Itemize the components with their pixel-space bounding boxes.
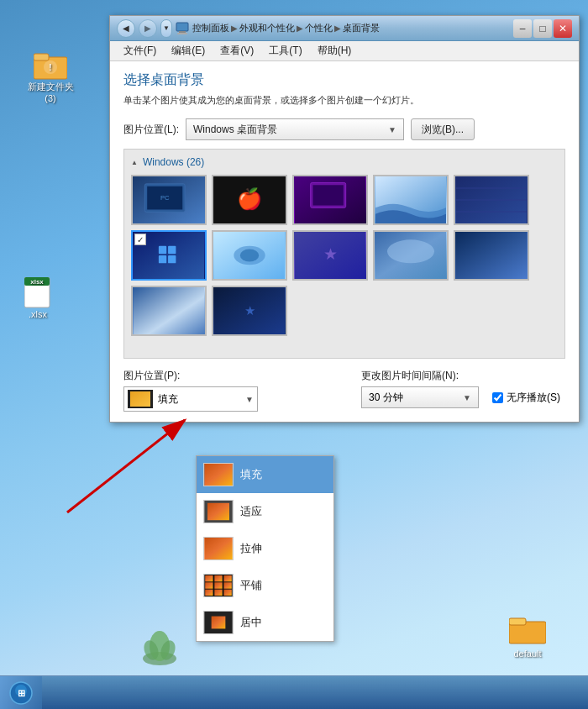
svg-rect-31 bbox=[159, 246, 166, 254]
wallpaper-thumb-9[interactable] bbox=[373, 230, 449, 281]
menu-edit[interactable]: 编辑(E) bbox=[165, 42, 212, 60]
start-button[interactable]: ⊞ bbox=[0, 676, 42, 709]
interval-value: 30 分钟 bbox=[369, 391, 403, 405]
nav-buttons: ◀ ▶ ▼ bbox=[117, 19, 172, 38]
dropdown-item-fit[interactable]: 适应 bbox=[197, 493, 333, 530]
svg-rect-13 bbox=[176, 23, 188, 31]
window-controls: – □ ✕ bbox=[513, 19, 572, 38]
forward-button[interactable]: ▶ bbox=[139, 19, 157, 38]
dropdown-label-center: 居中 bbox=[240, 615, 262, 630]
pic-location-row: 图片位置(L): Windows 桌面背景 ▼ 浏览(B)... bbox=[123, 118, 565, 140]
wallpaper-thumb-5[interactable] bbox=[454, 175, 529, 225]
folder-icon: ! bbox=[34, 50, 67, 81]
wallpaper-thumb-7[interactable] bbox=[212, 230, 287, 281]
svg-text:🍎: 🍎 bbox=[237, 186, 263, 212]
interval-select[interactable]: 30 分钟 ▼ bbox=[361, 386, 479, 408]
svg-rect-57 bbox=[214, 582, 222, 588]
maximize-button[interactable]: □ bbox=[533, 19, 552, 38]
xlsx-label: .xlsx bbox=[29, 309, 47, 319]
shuffle-checkbox[interactable] bbox=[492, 392, 503, 403]
dropdown-item-center[interactable]: 居中 bbox=[197, 604, 333, 641]
wallpaper-thumb-8[interactable]: ★ bbox=[292, 230, 368, 281]
svg-rect-15 bbox=[177, 33, 187, 34]
svg-rect-34 bbox=[168, 255, 176, 263]
titlebar: ◀ ▶ ▼ 控制面板 ▶ 外观和个性化 ▶ 个性化 ▶ 桌面背景 – □ ✕ bbox=[110, 16, 579, 41]
section-collapse-icon[interactable]: ▲ bbox=[131, 159, 138, 166]
menu-help[interactable]: 帮助(H) bbox=[311, 42, 359, 60]
svg-text:★: ★ bbox=[323, 245, 338, 263]
wallpaper-thumb-11[interactable] bbox=[131, 286, 207, 336]
svg-point-37 bbox=[240, 249, 259, 262]
position-dropdown-menu: 填充 适应 拉伸 平铺 bbox=[196, 455, 334, 642]
browse-button[interactable]: 浏览(B)... bbox=[411, 118, 475, 140]
taskbar: ⊞ bbox=[0, 675, 588, 709]
breadcrumb-item-1[interactable]: 控制面板 bbox=[192, 22, 229, 34]
menu-file[interactable]: 文件(F) bbox=[117, 42, 163, 60]
dropdown-label-tile: 平铺 bbox=[240, 578, 262, 593]
bottom-controls: 图片位置(P): 填充 ▼ 更改图片时间间隔(N): bbox=[123, 369, 565, 412]
wallpaper-section: ▲ Windows (26) PC bbox=[123, 149, 565, 359]
folder-label: 新建文件夹(3) bbox=[28, 81, 74, 103]
dropdown-item-fill[interactable]: 填充 bbox=[197, 456, 333, 493]
interval-label: 更改图片时间间隔(N): bbox=[361, 369, 565, 383]
breadcrumb: 控制面板 ▶ 外观和个性化 ▶ 个性化 ▶ 桌面背景 bbox=[192, 22, 513, 34]
wallpaper-thumb-2[interactable]: 🍎 bbox=[212, 175, 287, 225]
position-value: 填充 bbox=[158, 392, 178, 407]
wallpaper-thumb-3[interactable] bbox=[292, 175, 368, 225]
wallpaper-thumb-1[interactable]: PC bbox=[131, 175, 207, 225]
breadcrumb-item-3[interactable]: 个性化 bbox=[305, 22, 333, 34]
desktop-icon-folder[interactable]: ! 新建文件夹(3) bbox=[17, 50, 84, 103]
dropdown-item-tile[interactable]: 平铺 bbox=[197, 567, 333, 604]
wallpaper-thumb-6[interactable]: ✓ bbox=[131, 230, 207, 281]
svg-rect-24 bbox=[312, 185, 343, 205]
svg-rect-33 bbox=[159, 255, 166, 263]
nav-dropdown-button[interactable]: ▼ bbox=[160, 19, 172, 38]
pic-location-select[interactable]: Windows 桌面背景 ▼ bbox=[186, 118, 404, 140]
svg-rect-60 bbox=[214, 590, 222, 596]
page-description: 单击某个图片使其成为您的桌面背景，或选择多个图片创建一个幻灯片。 bbox=[123, 94, 565, 107]
wallpaper-thumb-4[interactable] bbox=[373, 175, 449, 225]
position-select[interactable]: 填充 ▼ bbox=[123, 386, 258, 412]
section-header: ▲ Windows (26) bbox=[131, 156, 558, 168]
wallpaper-thumb-10[interactable] bbox=[454, 230, 529, 281]
wallpaper-thumb-12[interactable]: ★ bbox=[212, 286, 287, 336]
main-window: ◀ ▶ ▼ 控制面板 ▶ 外观和个性化 ▶ 个性化 ▶ 桌面背景 – □ ✕ 文… bbox=[109, 15, 580, 423]
dropdown-thumb-stretch bbox=[203, 537, 234, 560]
close-button[interactable]: ✕ bbox=[554, 19, 572, 38]
svg-rect-53 bbox=[205, 575, 213, 581]
svg-rect-56 bbox=[205, 582, 213, 588]
shuffle-label: 无序播放(S) bbox=[507, 391, 560, 405]
menu-tools[interactable]: 工具(T) bbox=[262, 42, 308, 60]
svg-rect-8 bbox=[509, 618, 526, 625]
breadcrumb-item-4[interactable]: 桌面背景 bbox=[343, 22, 380, 34]
svg-text:PC: PC bbox=[160, 194, 170, 202]
plant-decoration bbox=[134, 617, 185, 667]
desktop-icon-xlsx[interactable]: xlsx .xlsx bbox=[4, 277, 71, 319]
desktop-icon-default[interactable]: default bbox=[509, 615, 546, 659]
svg-point-41 bbox=[387, 239, 434, 263]
svg-text:xlsx: xlsx bbox=[30, 278, 44, 286]
dropdown-label-fit: 适应 bbox=[240, 504, 262, 519]
page-title: 选择桌面背景 bbox=[123, 71, 565, 89]
svg-text:★: ★ bbox=[244, 303, 255, 318]
breadcrumb-item-2[interactable]: 外观和个性化 bbox=[239, 22, 295, 34]
svg-rect-43 bbox=[134, 287, 204, 334]
position-section: 图片位置(P): 填充 ▼ bbox=[123, 369, 328, 412]
dropdown-thumb-fill bbox=[203, 463, 234, 486]
svg-rect-1 bbox=[34, 54, 49, 60]
interval-dropdown-arrow: ▼ bbox=[463, 393, 471, 402]
svg-rect-59 bbox=[205, 590, 213, 596]
wallpaper-grid: PC 🍎 bbox=[131, 175, 558, 336]
dropdown-item-stretch[interactable]: 拉伸 bbox=[197, 530, 333, 567]
svg-rect-63 bbox=[212, 617, 226, 629]
position-dropdown-arrow: ▼ bbox=[245, 395, 254, 404]
minimize-button[interactable]: – bbox=[513, 19, 532, 38]
svg-rect-55 bbox=[224, 575, 232, 581]
shuffle-option: 无序播放(S) bbox=[492, 391, 560, 405]
back-button[interactable]: ◀ bbox=[117, 19, 135, 38]
default-label: default bbox=[513, 649, 541, 659]
menu-view[interactable]: 查看(V) bbox=[213, 42, 260, 60]
svg-rect-54 bbox=[214, 575, 222, 581]
dropdown-thumb-center bbox=[203, 611, 234, 634]
svg-rect-61 bbox=[224, 590, 232, 596]
